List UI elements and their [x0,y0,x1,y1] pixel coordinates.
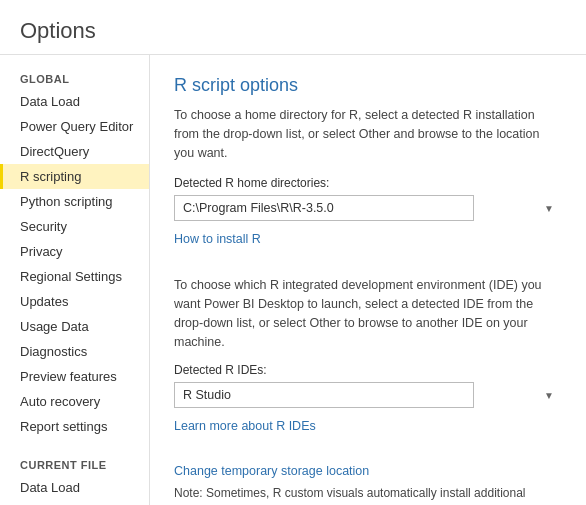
change-storage-link[interactable]: Change temporary storage location [174,464,369,478]
sidebar-item-direct-query[interactable]: DirectQuery [0,139,149,164]
sidebar: GLOBAL Data Load Power Query Editor Dire… [0,55,150,505]
main-title: R script options [174,75,562,96]
sidebar-item-security[interactable]: Security [0,214,149,239]
ide-dropdown-arrow-icon: ▼ [544,390,554,401]
main-content: R script options To choose a home direct… [150,55,586,505]
detected-ide-label: Detected R IDEs: [174,363,562,377]
detected-home-dropdown[interactable]: C:\Program Files\R\R-3.5.0 [174,195,474,221]
main-desc2: To choose which R integrated development… [174,276,562,351]
dropdown-arrow-icon: ▼ [544,203,554,214]
sidebar-item-updates[interactable]: Updates [0,289,149,314]
detected-home-dropdown-wrapper: C:\Program Files\R\R-3.5.0 ▼ [174,195,562,221]
how-to-install-link[interactable]: How to install R [174,232,261,246]
sidebar-item-regional-settings[interactable]: Regional Settings [0,264,149,289]
detected-home-label: Detected R home directories: [174,176,562,190]
learn-more-link[interactable]: Learn more about R IDEs [174,419,316,433]
global-section-label: GLOBAL [0,65,149,89]
sidebar-item-r-scripting[interactable]: R scripting [0,164,149,189]
detected-ide-dropdown-wrapper: R Studio ▼ [174,382,562,408]
sidebar-item-privacy[interactable]: Privacy [0,239,149,264]
sidebar-item-report-settings[interactable]: Report settings [0,414,149,439]
main-desc1: To choose a home directory for R, select… [174,106,562,162]
sidebar-item-preview-features[interactable]: Preview features [0,364,149,389]
note-text: Note: Sometimes, R custom visuals automa… [174,484,562,505]
sidebar-item-power-query-editor[interactable]: Power Query Editor [0,114,149,139]
sidebar-item-data-load[interactable]: Data Load [0,89,149,114]
page-title: Options [0,0,586,55]
detected-ide-dropdown[interactable]: R Studio [174,382,474,408]
current-file-section-label: CURRENT FILE [0,451,149,475]
sidebar-item-diagnostics[interactable]: Diagnostics [0,339,149,364]
sidebar-item-usage-data[interactable]: Usage Data [0,314,149,339]
sidebar-item-current-data-load[interactable]: Data Load [0,475,149,500]
sidebar-item-python-scripting[interactable]: Python scripting [0,189,149,214]
sidebar-item-auto-recovery[interactable]: Auto recovery [0,389,149,414]
